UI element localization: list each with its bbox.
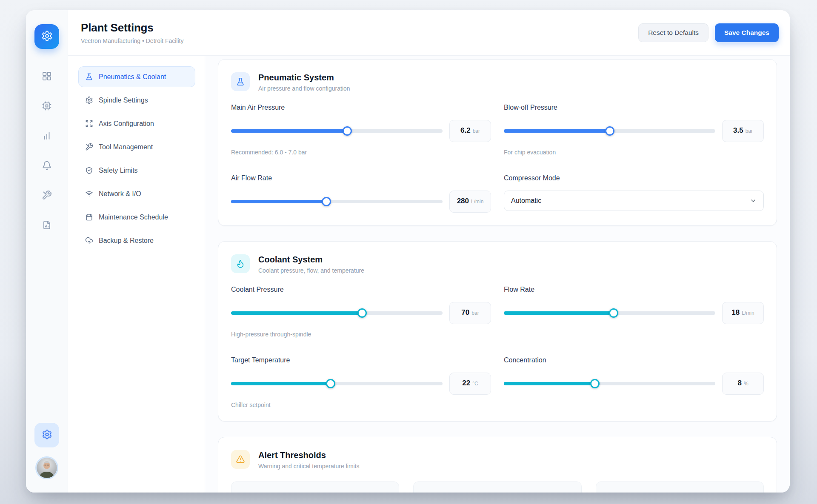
- card-subtitle: Air pressure and flow configuration: [258, 85, 350, 92]
- rail-item-cpu[interactable]: [42, 101, 52, 111]
- app-logo[interactable]: [34, 24, 59, 49]
- sidebar-item-backup-restore[interactable]: Backup & Restore: [78, 230, 195, 251]
- body: Pneumatics & CoolantSpindle SettingsAxis…: [68, 56, 790, 493]
- alerts-card: Alert ThresholdsWarning and critical tem…: [218, 437, 777, 493]
- field-label: Blow-off Pressure: [504, 104, 764, 111]
- alert-card-spindle-temp: Spindle TempWarning70°C: [231, 481, 399, 493]
- gear-icon: [41, 30, 53, 43]
- fields-grid: Coolant Pressure70barHigh-pressure throu…: [231, 286, 764, 408]
- field-coolant-pressure: Coolant Pressure70barHigh-pressure throu…: [231, 286, 491, 338]
- field-compressor-mode: Compressor ModeAutomatic: [504, 174, 764, 213]
- field-value: 6.2: [460, 126, 471, 135]
- warning-icon: [231, 450, 250, 469]
- field-flow-rate: Flow Rate18L/min: [504, 286, 764, 338]
- title-block: Plant Settings Vectron Manufacturing • D…: [81, 21, 183, 44]
- field-unit: bar: [471, 310, 479, 316]
- alert-card-coolant-temp: Coolant TempWarning28°C: [596, 481, 764, 493]
- slider[interactable]: [504, 129, 715, 133]
- header-actions: Reset to Defaults Save Changes: [638, 23, 779, 42]
- sidebar-item-label: Tool Management: [99, 143, 153, 151]
- tools-icon: [42, 190, 52, 200]
- slider-thumb[interactable]: [322, 197, 331, 206]
- bars-icon: [42, 131, 52, 141]
- field-unit: °C: [472, 381, 478, 387]
- value-box: 18L/min: [722, 302, 764, 324]
- page-title: Plant Settings: [81, 21, 183, 34]
- card-title: Pneumatic System: [258, 73, 350, 83]
- page-subtitle: Vectron Manufacturing • Detroit Facility: [81, 37, 183, 44]
- field-concentration: Concentration8%: [504, 356, 764, 408]
- slider[interactable]: [504, 382, 715, 385]
- rail-item-tools[interactable]: [42, 190, 52, 200]
- slider-fill: [504, 311, 614, 315]
- settings-nav: Pneumatics & CoolantSpindle SettingsAxis…: [68, 56, 205, 493]
- slider-thumb[interactable]: [605, 126, 614, 136]
- save-changes-button[interactable]: Save Changes: [715, 23, 779, 42]
- main-column: Plant Settings Vectron Manufacturing • D…: [68, 10, 790, 493]
- field-main-air-pressure: Main Air Pressure6.2barRecommended: 6.0 …: [231, 104, 491, 156]
- page-header: Plant Settings Vectron Manufacturing • D…: [68, 10, 790, 56]
- slider-thumb[interactable]: [609, 308, 618, 318]
- field-value: 18: [731, 308, 740, 317]
- field-unit: bar: [473, 128, 480, 134]
- sidebar-item-label: Pneumatics & Coolant: [99, 73, 166, 81]
- rail-item-bell[interactable]: [42, 160, 52, 171]
- sidebar-item-label: Network & I/O: [99, 190, 141, 198]
- gear-icon: [42, 429, 52, 441]
- value-box: 3.5bar: [722, 120, 764, 142]
- sidebar-item-spindle-settings[interactable]: Spindle Settings: [78, 90, 195, 111]
- chevron-down-icon: [750, 197, 757, 204]
- alert-grid: Spindle TempWarning70°CVibrationWarning3…: [231, 481, 764, 493]
- expand-icon: [85, 120, 93, 128]
- field-label: Main Air Pressure: [231, 104, 491, 111]
- field-label: Concentration: [504, 356, 764, 364]
- reset-to-defaults-button[interactable]: Reset to Defaults: [638, 23, 708, 42]
- flask-icon: [231, 72, 250, 91]
- alert-name: Coolant Temp: [606, 492, 648, 493]
- slider[interactable]: [231, 129, 443, 133]
- sidebar-item-safety-limits[interactable]: Safety Limits: [78, 160, 195, 181]
- field-unit: %: [744, 381, 748, 387]
- bell-icon: [42, 160, 52, 171]
- coolant-card: Coolant SystemCoolant pressure, flow, an…: [218, 241, 777, 421]
- slider-fill: [231, 382, 331, 385]
- slider-thumb[interactable]: [357, 308, 367, 318]
- sidebar-item-maintenance-schedule[interactable]: Maintenance Schedule: [78, 207, 195, 228]
- slider-fill: [231, 200, 326, 203]
- radio-icon: [563, 492, 571, 493]
- slider[interactable]: [231, 382, 443, 385]
- calendar-icon: [85, 213, 93, 221]
- slider[interactable]: [231, 200, 443, 203]
- shield-icon: [85, 166, 93, 174]
- slider-fill: [231, 311, 362, 315]
- sidebar-item-network-i-o[interactable]: Network & I/O: [78, 183, 195, 204]
- card-title: Coolant System: [258, 255, 364, 265]
- sidebar-item-axis-configuration[interactable]: Axis Configuration: [78, 113, 195, 134]
- value-box: 6.2bar: [449, 120, 491, 142]
- rail-item-report[interactable]: [42, 220, 52, 230]
- cloud-icon: [85, 236, 93, 245]
- slider-thumb[interactable]: [326, 379, 335, 388]
- slider[interactable]: [504, 311, 715, 315]
- avatar[interactable]: [37, 458, 57, 478]
- field-value: 280: [457, 197, 469, 205]
- card-header: Pneumatic SystemAir pressure and flow co…: [231, 72, 764, 92]
- field-value: 3.5: [733, 126, 743, 135]
- rail-item-grid[interactable]: [42, 71, 52, 81]
- field-unit: bar: [746, 128, 753, 134]
- slider-thumb[interactable]: [590, 379, 600, 388]
- slider-fill: [504, 382, 595, 385]
- card-header: Coolant SystemCoolant pressure, flow, an…: [231, 254, 764, 274]
- rail-settings-button[interactable]: [34, 423, 59, 447]
- card-header: Alert ThresholdsWarning and critical tem…: [231, 450, 764, 470]
- slider-thumb[interactable]: [343, 126, 352, 136]
- report-icon: [42, 220, 52, 230]
- slider[interactable]: [231, 311, 443, 315]
- rail-item-bars[interactable]: [42, 131, 52, 141]
- select-compressor-mode[interactable]: Automatic: [504, 191, 764, 211]
- helper-text: For chip evacuation: [504, 149, 764, 156]
- sidebar-item-pneumatics-coolant[interactable]: Pneumatics & Coolant: [78, 66, 195, 87]
- field-label: Compressor Mode: [504, 174, 764, 182]
- grid-icon: [42, 71, 52, 81]
- sidebar-item-tool-management[interactable]: Tool Management: [78, 137, 195, 157]
